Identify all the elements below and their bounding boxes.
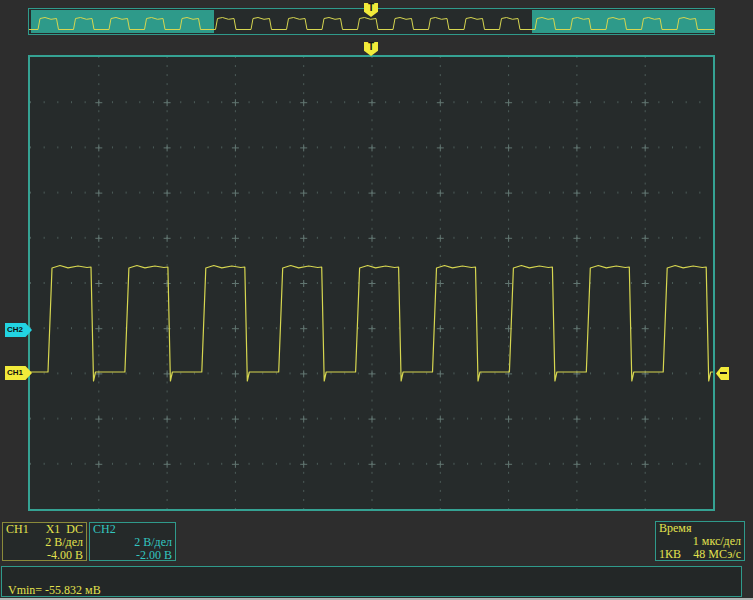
scope-display[interactable] [28, 55, 715, 511]
timebase-buffer: 1КВ [659, 548, 681, 561]
ch2-offset: -2.00 В [136, 549, 172, 562]
ch1-panel-title: CH1 [6, 523, 29, 536]
timebase-title: Время [659, 522, 691, 535]
ch1-settings-panel[interactable]: CH1 X1 DC 2 В/дел -4.00 В [2, 522, 87, 561]
measurements-bar: Vmin= -55.832 мВ Vmax= 4.699 В Vpp= 4.75… [1, 566, 742, 597]
timebase-panel[interactable]: Время 1 мкс/дел 1КВ 48 МСэ/с [655, 521, 745, 561]
ch1-offset: -4.00 В [47, 549, 83, 562]
trigger-position-marker[interactable]: T [364, 42, 378, 56]
trigger-level-marker[interactable] [716, 367, 729, 380]
ch2-settings-panel[interactable]: CH2 2 В/дел -2.00 В [89, 522, 176, 561]
ch2-panel-title: CH2 [93, 523, 116, 536]
trigger-level-dash-icon [720, 372, 727, 374]
scope-waveform-canvas [30, 57, 713, 509]
timebase-samplerate: 48 МСэ/с [693, 548, 741, 561]
